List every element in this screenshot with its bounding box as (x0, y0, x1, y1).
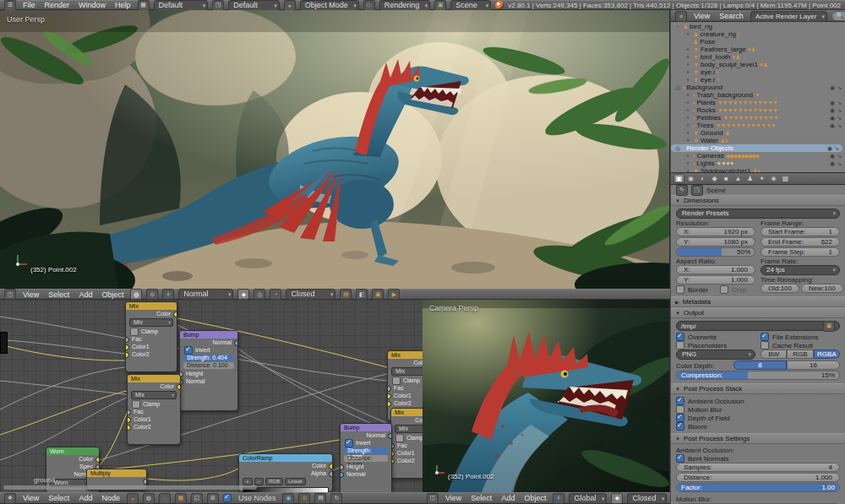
tab-object[interactable]: ■ (721, 174, 732, 183)
resolution-x-field[interactable]: X:1920 px (676, 227, 755, 236)
node-mix-4[interactable]: Mix Color Mix Clamp Fac Color1 Color2 (390, 408, 423, 479)
cam-menu-add[interactable]: Add (499, 494, 517, 502)
render-preview-icon[interactable]: ◎ (254, 289, 265, 300)
remap-old-field[interactable]: Old:100 (760, 284, 799, 293)
active-scene-icon[interactable]: ▣ (434, 0, 446, 11)
node-menu-view[interactable]: View (20, 494, 41, 502)
outliner-row[interactable]: +•Pebbles▼▼▼▼▼▼▼▼▼▼▼◉ ↘ (671, 114, 845, 122)
node-title[interactable]: ColorRamp (239, 454, 332, 462)
use-nodes-checkbox[interactable] (223, 494, 232, 502)
remap-new-field[interactable]: New:100 (801, 284, 843, 293)
viewport-editor-icon[interactable]: ◫ (4, 289, 16, 300)
aspect-x-field[interactable]: X:1.000 (676, 265, 755, 274)
blend-mode-dropdown[interactable]: Mix (129, 318, 173, 327)
manipulator-icon[interactable]: ✛ (162, 289, 174, 300)
ao-samples-field[interactable]: Samples:4 (676, 463, 840, 472)
strength-slider[interactable]: Strength: 1.300 (344, 447, 388, 454)
tab-render-layers[interactable]: ◉ (685, 174, 696, 183)
outliner-row[interactable]: +•Trash_background▼ (671, 91, 845, 99)
color-mode-rgb[interactable]: RGB (787, 350, 813, 359)
delete-stop-button[interactable]: − (254, 478, 264, 485)
frame-rate-dropdown[interactable]: 24 fps (760, 265, 840, 275)
node-menu-node[interactable]: Node (99, 494, 123, 502)
outliner-row[interactable]: +•Cameras◆◆◆◆◆◆◆◆◆◉ ↘ (671, 152, 845, 160)
node-title[interactable]: Bump (341, 424, 391, 431)
menu-help[interactable]: Help (112, 1, 134, 9)
blend-mode-dropdown[interactable]: Mix (395, 425, 423, 433)
file-extensions-checkbox[interactable] (760, 333, 769, 341)
menu-file[interactable]: File (20, 1, 38, 9)
proportional-icon[interactable]: ◔ (270, 289, 281, 300)
clamp-checkbox[interactable] (392, 377, 401, 385)
viewport-3d[interactable]: User Persp (352) Point.002 (0, 10, 670, 289)
screen-layout-dropdown[interactable]: Default (154, 0, 209, 11)
outliner-row[interactable]: +•Rocks▼▼▼▼▼▼▼▼▼▼▼▼◉ ↘ (671, 106, 845, 114)
input-socket[interactable] (126, 344, 129, 350)
snap-icon[interactable]: ◈ (237, 289, 249, 300)
cam-manipulator-icon[interactable]: ✛ (553, 493, 564, 504)
node-title[interactable]: Worn (46, 447, 99, 455)
placeholders-checkbox[interactable] (676, 341, 684, 350)
editor-type-icon[interactable]: ☰ (4, 0, 16, 11)
color-mode-bw[interactable]: BW (760, 350, 787, 359)
shading-icon[interactable]: ◍ (130, 289, 142, 300)
start-frame-field[interactable]: Start Frame:1 (760, 227, 840, 236)
outliner-row[interactable]: +▼bird_tooth▾ ♟ (671, 53, 845, 61)
node-tree-icon[interactable]: ⊞ (207, 493, 219, 504)
panel-dimensions[interactable]: Dimensions (671, 195, 845, 206)
node-title[interactable]: Mix (388, 351, 423, 359)
node-editor-icon[interactable]: ❖ (4, 493, 16, 504)
aspect-y-field[interactable]: Y:1.000 (676, 275, 755, 285)
bloom-checkbox[interactable] (676, 422, 684, 431)
layers-icon[interactable]: ▤ (340, 289, 352, 300)
pivot-icon[interactable]: ⊙ (146, 289, 158, 300)
outliner-menu-search[interactable]: Search (717, 12, 746, 20)
snap-node-icon[interactable]: ⊙ (298, 493, 310, 504)
output-socket[interactable] (234, 340, 237, 346)
input-socket[interactable] (341, 472, 344, 478)
crop-checkbox[interactable] (720, 285, 728, 294)
node-menu-add[interactable]: Add (76, 494, 95, 502)
cache-result-checkbox[interactable] (760, 341, 769, 350)
strength-slider[interactable]: Strength: 0.404 (183, 355, 234, 361)
engine-dropdown[interactable]: Rendering (379, 0, 431, 11)
color-depth-16[interactable]: 16 (787, 360, 840, 370)
cam-proportional-dropdown[interactable]: Closed (627, 493, 667, 504)
outliner-row[interactable]: +♞creature_rig⁄ ⁄ ⁄ (671, 30, 845, 38)
tab-render[interactable]: ▣ (673, 174, 684, 183)
ao-factor-slider[interactable]: Factor:1.00 (676, 483, 840, 492)
texture-type-icon[interactable]: ▦ (175, 493, 187, 504)
proportional-dropdown[interactable]: Closed (286, 289, 335, 300)
input-socket[interactable] (128, 417, 131, 423)
node-bump-2[interactable]: Bump Normal Invert Strength: 1.300 Dista… (340, 423, 392, 492)
panel-metadata[interactable]: Metadata (671, 296, 845, 307)
outliner-row[interactable]: +•Lights✦ ✦✦✦◉ ↘ (671, 160, 845, 167)
outliner-menu-view[interactable]: View (691, 12, 712, 20)
cam-menu-select[interactable]: Select (468, 494, 494, 502)
cam-menu-object[interactable]: Object (521, 494, 548, 502)
node-mix-2[interactable]: Mix Color Mix Clamp Fac Color1 Color2 (127, 374, 181, 445)
tab-data[interactable]: ✦ (756, 174, 767, 183)
node-title[interactable]: Mix (391, 409, 423, 416)
orientation-dropdown[interactable]: Normal (178, 289, 233, 300)
screen-layout-icon[interactable]: ▦ (138, 0, 150, 11)
clamp-checkbox[interactable] (132, 400, 140, 409)
color-mode-rgba[interactable]: RGBA (814, 350, 840, 359)
scene-icon[interactable]: ◳ (212, 0, 224, 11)
scene-dropdown[interactable]: Default (228, 0, 279, 11)
end-frame-field[interactable]: End Frame:622 (760, 237, 840, 247)
viewport-menu-select[interactable]: Select (46, 290, 72, 299)
shader-type-material-icon[interactable]: ● (127, 493, 139, 504)
input-socket[interactable] (388, 386, 391, 392)
node-title[interactable]: Multiply (87, 469, 146, 477)
input-socket[interactable] (388, 393, 391, 399)
outliner-row-selected[interactable]: ◎•Render Objects◉ ↘ (671, 144, 842, 152)
camera-editor-icon[interactable]: ◫ (427, 493, 439, 504)
tab-texture[interactable]: ▦ (780, 174, 791, 183)
outliner-row[interactable]: +▼Water♟ ▾ (671, 137, 845, 144)
tab-world[interactable]: ◆ (709, 174, 720, 183)
resolution-y-field[interactable]: Y:1080 px (676, 237, 755, 247)
pin-icon[interactable]: ✎ (676, 185, 688, 196)
engine-icon[interactable]: ◇ (363, 0, 375, 11)
ao-checkbox[interactable] (676, 397, 684, 405)
